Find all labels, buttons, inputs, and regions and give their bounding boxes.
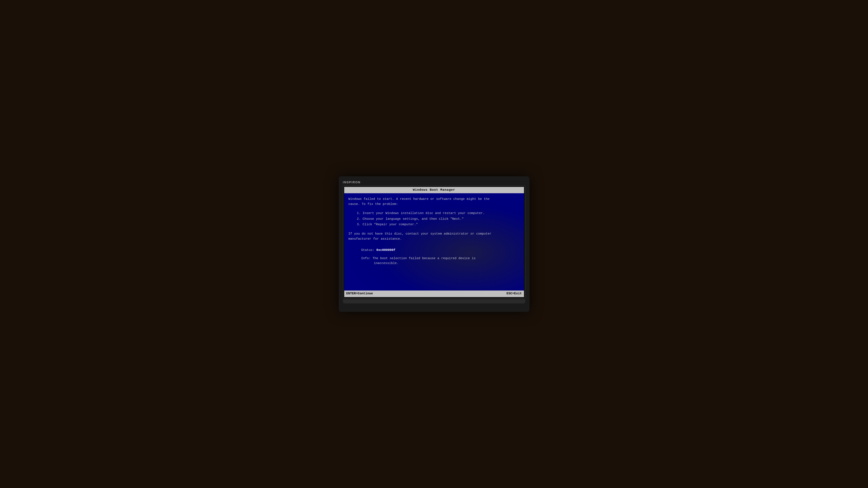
title-bar: Windows Boot Manager <box>344 187 524 193</box>
info-section: Info: The boot selection failed because … <box>361 256 520 266</box>
laptop-bottom <box>343 299 525 303</box>
info-line: Info: The boot selection failed because … <box>361 256 520 261</box>
enter-continue-label: ENTER=Continue <box>346 291 373 296</box>
step-1: 1. Insert your Windows installation disc… <box>357 211 520 216</box>
esc-exit-label: ESC=Exit <box>506 291 522 296</box>
laptop-brand-label: INSPIRON <box>343 181 525 184</box>
screen-bezel: Windows Boot Manager Windows failed to s… <box>343 186 525 298</box>
screen: Windows Boot Manager Windows failed to s… <box>344 187 524 297</box>
info-line2: inaccessible. <box>374 261 520 266</box>
status-section: Status: 0xc000000f <box>361 248 520 253</box>
laptop-body: INSPIRON Windows Boot Manager Windows fa… <box>339 176 529 312</box>
intro-line1: Windows failed to start. A recent hardwa… <box>348 197 520 202</box>
steps-list: 1. Insert your Windows installation disc… <box>357 211 520 227</box>
status-line: Status: 0xc000000f <box>361 248 520 253</box>
step-2: 2. Choose your language settings, and th… <box>357 217 520 222</box>
intro-line2: cause. To fix the problem: <box>348 202 520 207</box>
info-label: Info: <box>361 257 373 260</box>
contact-line2: manufacturer for assistance. <box>348 236 520 241</box>
status-code: 0xc000000f <box>376 248 396 252</box>
contact-text: If you do not have this disc, contact yo… <box>348 231 520 241</box>
title-bar-text: Windows Boot Manager <box>413 188 455 192</box>
contact-line1: If you do not have this disc, contact yo… <box>348 231 520 236</box>
step-3: 3. Click "Repair your computer." <box>357 222 520 227</box>
screen-footer: ENTER=Continue ESC=Exit <box>344 291 524 297</box>
info-line1: The boot selection failed because a requ… <box>373 257 476 260</box>
screen-content: Windows failed to start. A recent hardwa… <box>344 193 524 291</box>
status-label: Status: <box>361 248 376 252</box>
intro-text: Windows failed to start. A recent hardwa… <box>348 197 520 207</box>
